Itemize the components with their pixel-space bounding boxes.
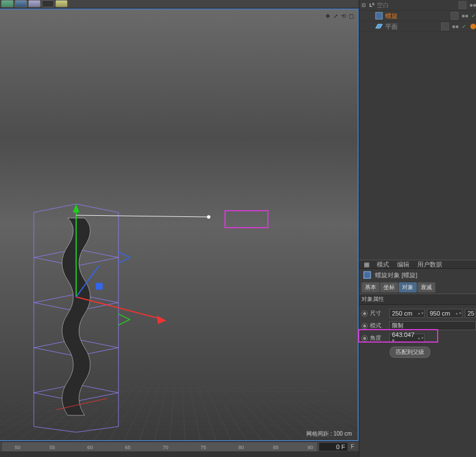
size-x-input[interactable]: 250 cm▲▼: [389, 309, 425, 318]
frame-field[interactable]: 0 F: [319, 443, 347, 451]
enable-check-icon[interactable]: ✓: [471, 13, 476, 19]
param-size-row: 尺寸 250 cm▲▼ 950 cm▲▼ 25: [362, 307, 476, 320]
svg-rect-9: [376, 12, 382, 19]
anim-dot-icon[interactable]: [362, 323, 368, 329]
timeline-tick: 80: [239, 445, 244, 450]
object-manager[interactable]: ⊟ L⁰ 空白 螺旋 ✓ 平面 ✓: [359, 0, 476, 260]
mode-label: 模式: [370, 322, 387, 330]
plane-icon: [375, 23, 383, 30]
enable-check-icon[interactable]: ✓: [462, 24, 466, 29]
attribute-title: 螺旋对象 [螺旋]: [359, 269, 476, 281]
viewport-drag-highlight: [224, 210, 268, 228]
grid-spacing-label: 网格间距 : 100 cm: [306, 430, 352, 438]
phong-tag-icon[interactable]: [470, 24, 476, 29]
svg-marker-1: [73, 204, 80, 212]
svg-line-6: [76, 215, 209, 217]
tool-light-icon[interactable]: [55, 0, 68, 7]
vp-scale-icon[interactable]: ⤢: [332, 13, 338, 19]
vp-rotate-icon[interactable]: ⟲: [340, 13, 346, 19]
frame-unit-label: F: [351, 443, 356, 450]
menu-edit[interactable]: 编辑: [397, 260, 409, 269]
grid-mode-icon[interactable]: ▦: [364, 261, 369, 268]
timeline-tick: 70: [163, 445, 169, 450]
layer-toggle[interactable]: [451, 12, 459, 20]
attribute-body: 尺寸 250 cm▲▼ 950 cm▲▼ 25 模式 限制 角度 643.047…: [359, 305, 476, 360]
timeline-tick: 65: [125, 445, 131, 450]
perspective-viewport[interactable]: ✥ ⤢ ⟲ ▢: [0, 8, 359, 441]
timeline-tick: 60: [87, 445, 93, 450]
tab-object[interactable]: 对象: [399, 282, 417, 292]
fit-parent-button[interactable]: 匹配到父级: [390, 347, 430, 358]
expand-icon[interactable]: ⊟: [362, 2, 367, 8]
svg-point-7: [207, 215, 210, 219]
timeline[interactable]: 50 55 60 65 70 75 80 85 90 0 F F: [0, 441, 359, 451]
object-label[interactable]: 螺旋: [385, 12, 448, 20]
menu-mode[interactable]: 模式: [377, 260, 389, 269]
timeline-tick: 90: [307, 445, 313, 450]
tool-edge-icon[interactable]: [28, 0, 41, 7]
size-z-input[interactable]: 25: [465, 309, 476, 318]
size-y-input[interactable]: 950 cm▲▼: [427, 309, 462, 318]
timeline-tick: 50: [15, 445, 20, 450]
deformer-icon: [363, 270, 372, 279]
viewport-grid: [0, 226, 358, 440]
tab-basic[interactable]: 基本: [362, 282, 380, 292]
tool-poly-icon[interactable]: [15, 0, 27, 7]
layer-toggle[interactable]: [459, 1, 466, 9]
menu-userdata[interactable]: 用户数据: [417, 260, 442, 269]
object-row-null[interactable]: ⊟ L⁰ 空白: [359, 0, 476, 11]
top-toolbar: [0, 0, 359, 8]
tab-coord[interactable]: 坐标: [380, 282, 398, 292]
layer-toggle[interactable]: [441, 23, 449, 30]
attribute-tabs: 基本 坐标 对象 衰减: [359, 281, 476, 294]
object-row-plane[interactable]: 平面 ✓: [359, 21, 476, 32]
size-label: 尺寸: [370, 309, 387, 317]
object-label[interactable]: 平面: [385, 23, 439, 31]
timeline-track[interactable]: 50 55 60 65 70 75 80 85 90: [2, 442, 317, 451]
timeline-tick: 85: [273, 445, 279, 450]
svg-rect-10: [364, 272, 371, 278]
null-icon: L⁰: [369, 2, 374, 8]
attribute-title-label: 螺旋对象 [螺旋]: [375, 271, 417, 279]
section-header: 对象属性: [359, 294, 476, 305]
anim-dot-icon[interactable]: [362, 310, 368, 317]
angle-highlight-box: [358, 329, 438, 343]
tool-cube-icon[interactable]: [1, 0, 14, 7]
vp-frame-icon[interactable]: ▢: [348, 13, 354, 19]
object-label[interactable]: 空白: [377, 1, 456, 10]
tool-camera-icon[interactable]: [42, 0, 54, 7]
attribute-menu: ▦ 模式 编辑 用户数据: [359, 260, 476, 269]
vp-move-icon[interactable]: ✥: [324, 13, 330, 19]
deformer-icon: [375, 12, 383, 20]
timeline-tick: 55: [50, 445, 55, 450]
timeline-tick: 75: [201, 445, 206, 450]
tab-falloff[interactable]: 衰减: [417, 282, 435, 292]
object-row-helix[interactable]: 螺旋 ✓: [359, 11, 476, 21]
